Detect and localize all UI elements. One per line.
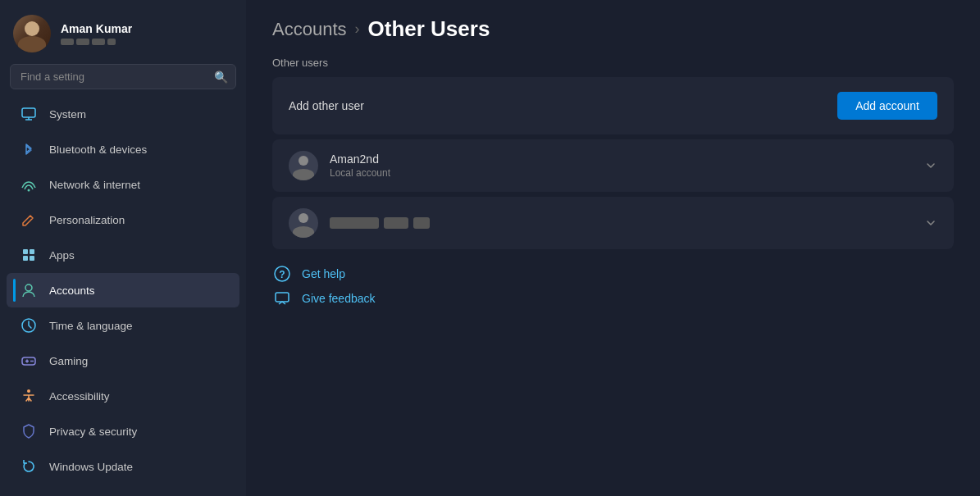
sidebar-label-time: Time & language [49,320,133,332]
section-label: Other users [272,57,954,69]
search-icon: 🔍 [214,71,228,84]
sidebar-item-personalization[interactable]: Personalization [7,202,239,237]
svg-rect-7 [30,256,34,261]
breadcrumb: Accounts › Other Users [272,16,954,42]
sidebar-label-update: Windows Update [49,461,133,473]
bluetooth-icon [20,140,38,158]
redacted-user-name [330,217,913,229]
user-name: Aman Kumar [61,22,132,35]
user-list-item[interactable] [272,197,954,249]
accounts-icon [20,281,38,299]
page-title: Other Users [368,16,490,42]
give-feedback-label: Give feedback [302,292,376,305]
personalization-icon [20,211,38,229]
search-box[interactable]: 🔍 [10,64,236,89]
accessibility-icon [20,387,38,405]
sidebar-item-accounts[interactable]: Accounts [7,273,239,307]
update-icon [20,457,38,476]
sidebar: Aman Kumar 🔍 System Bluetooth & devices … [0,0,246,496]
add-account-button[interactable]: Add account [837,92,937,120]
get-help-link[interactable]: ? Get help [272,264,954,284]
sidebar-item-bluetooth[interactable]: Bluetooth & devices [7,132,239,166]
svg-point-3 [28,189,30,192]
add-user-row: Add other user Add account [272,77,954,134]
svg-rect-5 [30,249,34,254]
sidebar-item-time[interactable]: Time & language [7,308,239,343]
svg-rect-0 [22,108,35,117]
main-content: Accounts › Other Users Other users Add o… [246,0,980,496]
breadcrumb-separator: › [355,20,360,38]
svg-rect-18 [276,293,289,302]
user-list-item[interactable]: Aman2nd Local account [272,139,954,192]
sidebar-label-network: Network & internet [49,179,140,191]
privacy-icon [20,422,38,440]
svg-point-8 [25,284,32,291]
sidebar-label-apps: Apps [49,249,75,262]
avatar [13,15,51,52]
user-account-type: Local account [330,167,913,179]
chevron-down-icon [924,216,937,230]
chevron-down-icon [924,159,937,172]
user-avatar [289,208,318,238]
search-input[interactable] [10,64,236,89]
sidebar-item-apps[interactable]: Apps [7,238,239,272]
user-display-name: Aman2nd [330,152,913,166]
sidebar-label-accessibility: Accessibility [49,390,110,403]
svg-rect-4 [23,249,28,254]
add-user-card: Add other user Add account [272,77,954,134]
help-section: ? Get help Give feedback [272,264,954,308]
user-info [330,217,913,229]
sidebar-label-gaming: Gaming [49,355,88,367]
sidebar-label-personalization: Personalization [49,214,125,226]
sidebar-label-accounts: Accounts [49,284,95,297]
time-icon [20,316,38,334]
system-icon [20,105,38,123]
sidebar-item-gaming[interactable]: Gaming [7,344,239,378]
svg-point-15 [27,389,30,393]
add-user-label: Add other user [289,99,364,112]
svg-point-13 [30,361,32,362]
svg-point-14 [32,361,34,362]
user-dots [61,39,132,45]
apps-icon [20,246,38,264]
nav-list: System Bluetooth & devices Network & int… [0,96,246,485]
breadcrumb-parent[interactable]: Accounts [272,19,347,40]
sidebar-label-system: System [49,108,86,121]
sidebar-item-update[interactable]: Windows Update [7,449,239,484]
sidebar-item-network[interactable]: Network & internet [7,167,239,202]
sidebar-item-system[interactable]: System [7,97,239,131]
svg-text:?: ? [279,269,285,280]
network-icon [20,175,38,193]
sidebar-item-accessibility[interactable]: Accessibility [7,379,239,413]
sidebar-item-privacy[interactable]: Privacy & security [7,414,239,448]
user-profile: Aman Kumar [0,0,246,64]
sidebar-label-privacy: Privacy & security [49,425,137,438]
give-feedback-link[interactable]: Give feedback [272,289,954,308]
get-help-label: Get help [302,267,345,280]
user-info: Aman2nd Local account [330,152,913,179]
sidebar-label-bluetooth: Bluetooth & devices [49,143,147,156]
user-avatar [289,151,318,180]
help-icon: ? [272,264,292,284]
user-list: Aman2nd Local account [272,139,954,249]
gaming-icon [20,352,38,370]
svg-rect-6 [23,256,28,261]
feedback-icon [272,289,292,308]
